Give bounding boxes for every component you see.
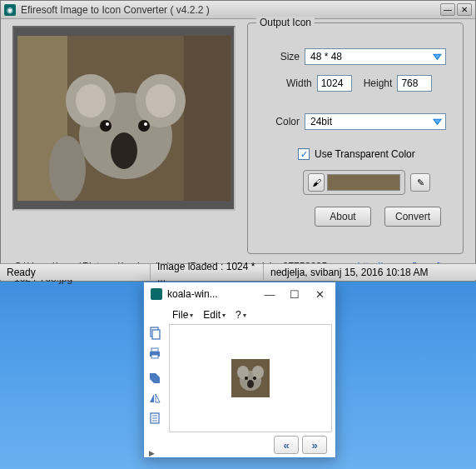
svg-point-36 bbox=[253, 377, 256, 380]
svg-point-13 bbox=[49, 136, 86, 201]
viewer-close-button[interactable]: ✕ bbox=[307, 284, 332, 304]
svg-rect-21 bbox=[151, 348, 158, 352]
caret-icon: ▾ bbox=[190, 312, 193, 319]
status-datetime: nedjelja, svibanj 15, 2016 10:18 AM bbox=[263, 264, 476, 280]
svg-marker-25 bbox=[156, 394, 160, 402]
status-ready: Ready bbox=[0, 264, 150, 280]
titlebar[interactable]: ◉ Efiresoft Image to Icon Converter ( v4… bbox=[1, 1, 475, 19]
transparent-label: Use Transparent Color bbox=[315, 148, 415, 160]
koala-image bbox=[17, 36, 231, 201]
transparent-checkbox[interactable]: ✓ bbox=[298, 148, 310, 160]
print-icon[interactable] bbox=[147, 346, 162, 361]
app-icon: ◉ bbox=[4, 4, 16, 16]
transparent-color-swatch[interactable] bbox=[327, 174, 400, 191]
viewer-maximize-button[interactable]: ☐ bbox=[282, 284, 307, 304]
caret-icon: ▾ bbox=[243, 312, 246, 319]
main-window: ◉ Efiresoft Image to Icon Converter ( v4… bbox=[0, 0, 476, 282]
status-loaded: Image loaded : 1024 * ... bbox=[150, 264, 263, 280]
svg-point-8 bbox=[111, 132, 137, 169]
svg-marker-24 bbox=[150, 394, 154, 402]
svg-point-34 bbox=[247, 380, 254, 388]
svg-rect-19 bbox=[152, 330, 160, 339]
height-label: Height bbox=[364, 77, 393, 89]
prev-button[interactable]: « bbox=[274, 436, 299, 454]
copy-icon[interactable] bbox=[147, 326, 162, 341]
width-label: Width bbox=[286, 77, 312, 89]
play-icon[interactable]: ▶ bbox=[149, 449, 161, 457]
viewer-menubar: File▾ Edit▾ ?▾ bbox=[144, 306, 335, 324]
output-group-label: Output Icon bbox=[256, 17, 315, 28]
tag-icon[interactable] bbox=[147, 371, 162, 386]
about-button[interactable]: About bbox=[315, 207, 371, 227]
image-preview bbox=[12, 26, 236, 211]
svg-point-35 bbox=[245, 377, 248, 380]
viewer-titlebar[interactable]: koala-win... — ☐ ✕ bbox=[144, 282, 335, 306]
svg-point-9 bbox=[100, 120, 112, 132]
width-input[interactable]: 1024 bbox=[317, 75, 352, 92]
svg-point-6 bbox=[76, 84, 106, 117]
convert-button[interactable]: Convert bbox=[384, 207, 441, 227]
size-combo[interactable]: 48 * 48 bbox=[305, 48, 446, 65]
window-title: Efiresoft Image to Icon Converter ( v4.2… bbox=[21, 4, 440, 16]
next-button[interactable]: » bbox=[302, 436, 327, 454]
icon-thumbnail bbox=[231, 359, 270, 397]
viewer-canvas bbox=[169, 324, 332, 432]
menu-edit[interactable]: Edit▾ bbox=[200, 307, 229, 322]
color-picker-group: 🖌 bbox=[303, 170, 405, 195]
svg-point-12 bbox=[144, 122, 147, 126]
viewer-minimize-button[interactable]: — bbox=[257, 284, 282, 304]
svg-point-11 bbox=[106, 122, 109, 126]
viewer-app-icon bbox=[151, 288, 162, 300]
flip-icon[interactable] bbox=[147, 391, 162, 406]
color-label: Color bbox=[270, 116, 300, 127]
document-icon[interactable] bbox=[147, 411, 162, 426]
menu-file[interactable]: File▾ bbox=[169, 307, 196, 322]
viewer-toolbar bbox=[147, 326, 166, 426]
viewer-window: koala-win... — ☐ ✕ File▾ Edit▾ ?▾ bbox=[143, 282, 336, 458]
svg-rect-22 bbox=[151, 355, 158, 358]
caret-icon: ▾ bbox=[222, 312, 226, 319]
statusbar: Ready Image loaded : 1024 * ... nedjelja… bbox=[0, 263, 476, 280]
viewer-title: koala-win... bbox=[167, 288, 257, 300]
menu-help[interactable]: ?▾ bbox=[232, 307, 250, 322]
size-label: Size bbox=[275, 51, 300, 62]
svg-marker-23 bbox=[150, 373, 160, 383]
eyedropper-button[interactable]: ✎ bbox=[410, 173, 430, 192]
size-value: 48 * 48 bbox=[310, 51, 342, 62]
svg-point-7 bbox=[146, 84, 176, 117]
output-icon-group: Output Icon Size 48 * 48 Width 1024 Heig… bbox=[247, 22, 464, 254]
minimize-button[interactable]: — bbox=[440, 3, 455, 16]
svg-rect-2 bbox=[184, 36, 231, 201]
color-value: 24bit bbox=[310, 116, 332, 127]
dropdown-arrow-icon bbox=[430, 51, 444, 62]
close-button[interactable]: ✕ bbox=[457, 3, 472, 16]
svg-point-10 bbox=[138, 120, 150, 132]
color-combo[interactable]: 24bit bbox=[305, 113, 446, 130]
palette-icon[interactable]: 🖌 bbox=[308, 173, 325, 192]
dropdown-arrow-icon bbox=[430, 116, 444, 127]
height-input[interactable]: 768 bbox=[397, 75, 432, 92]
